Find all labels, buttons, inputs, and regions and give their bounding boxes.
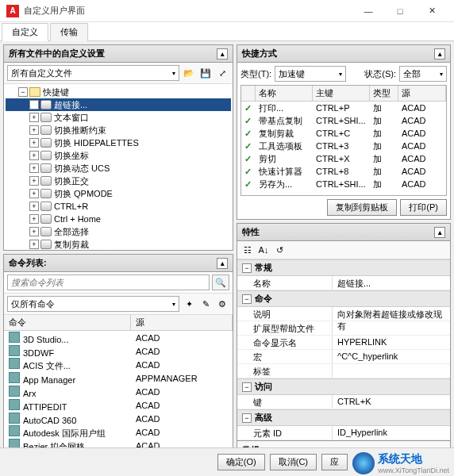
tree-label: 超链接... xyxy=(54,99,87,111)
shortcut-key: CTRL+3 xyxy=(313,141,370,151)
collapse-icon[interactable]: ▴ xyxy=(434,48,445,60)
command-row[interactable]: 3DDWFACAD xyxy=(4,344,233,358)
collapse-icon[interactable]: ▴ xyxy=(434,227,445,238)
tree-label: 切换动态 UCS xyxy=(54,163,110,175)
close-button[interactable]: ✕ xyxy=(416,0,448,22)
shortcut-col-key[interactable]: 主键 xyxy=(313,86,370,101)
command-row[interactable]: ArxACAD xyxy=(4,385,233,398)
command-icon xyxy=(9,372,20,383)
prop-group-general[interactable]: −常规 xyxy=(237,259,450,276)
categorize-icon[interactable]: ☷ xyxy=(240,243,255,257)
tree-item[interactable]: +切换 HIDEPALETTES xyxy=(6,136,231,149)
load-icon[interactable]: 📂 xyxy=(182,66,196,80)
collapse-icon[interactable]: ▴ xyxy=(217,258,228,269)
tree-item[interactable]: +CTRL+R xyxy=(6,200,231,213)
collapse-icon[interactable]: − xyxy=(242,294,252,304)
expand-icon[interactable]: + xyxy=(29,113,39,122)
command-col-source[interactable]: 源 xyxy=(131,315,233,330)
type-combo[interactable]: 加速键 ▾ xyxy=(275,66,346,82)
expand-icon[interactable]: + xyxy=(29,176,39,186)
command-name: ATTIPEDIT xyxy=(23,402,67,412)
cui-file-combo[interactable]: 所有自定义文件 ▾ xyxy=(7,65,179,81)
expand-icon[interactable]: + xyxy=(29,202,39,211)
tree-item[interactable]: +切换正交 xyxy=(6,175,231,187)
collapse-icon[interactable]: ▴ xyxy=(217,48,228,60)
command-col-name[interactable]: 命令 xyxy=(4,315,131,330)
properties-header: 特性 ▴ xyxy=(237,224,450,241)
print-button[interactable]: 打印(P) xyxy=(400,199,447,216)
ok-button[interactable]: 确定(O) xyxy=(217,454,265,470)
tree-item[interactable]: +切换推断约束 xyxy=(6,124,231,136)
shortcut-row[interactable]: ✓复制剪裁CTRL+C加ACAD xyxy=(241,127,446,140)
collapse-icon[interactable]: − xyxy=(242,413,252,423)
shortcut-col-name[interactable]: 名称 xyxy=(256,86,313,101)
cancel-button[interactable]: 取消(C) xyxy=(270,454,317,470)
command-row[interactable]: AutoCAD 360ACAD xyxy=(4,412,233,425)
prop-group-access[interactable]: −访问 xyxy=(237,378,450,395)
expand-icon[interactable]: + xyxy=(29,227,39,236)
shortcut-col-source[interactable]: 源 xyxy=(398,86,446,101)
tree-item[interactable]: +切换坐标 xyxy=(6,149,231,162)
command-row[interactable]: Autodesk 国际用户组ACAD xyxy=(4,425,233,439)
expand-icon[interactable]: ⤢ xyxy=(215,66,229,80)
minimize-button[interactable]: — xyxy=(352,0,384,22)
expand-icon[interactable]: + xyxy=(29,189,39,198)
command-list-header: 命令列表: ▴ xyxy=(4,255,233,272)
sort-az-icon[interactable]: A↓ xyxy=(256,243,271,257)
collapse-icon[interactable]: − xyxy=(18,87,28,97)
tree-item[interactable]: +切换 QPMODE xyxy=(6,187,231,200)
tree-item[interactable]: −快捷键 xyxy=(6,86,231,98)
reset-icon[interactable]: ↺ xyxy=(272,243,287,257)
tree-item[interactable]: +Ctrl + Home xyxy=(6,213,231,225)
save-icon[interactable]: 💾 xyxy=(198,66,213,80)
expand-icon[interactable]: + xyxy=(29,138,39,148)
maximize-button[interactable]: □ xyxy=(384,0,416,22)
expand-icon[interactable]: + xyxy=(29,240,39,249)
shortcut-row[interactable]: ✓快速计算器CTRL+8加ACAD xyxy=(241,165,446,178)
shortcut-key: CTRL+P xyxy=(313,103,370,113)
command-row[interactable]: ATTIPEDITACAD xyxy=(4,398,233,412)
command-filter-combo[interactable]: 仅所有命令 ▾ xyxy=(7,296,179,312)
expand-icon[interactable]: + xyxy=(29,214,39,224)
new-command-icon[interactable]: ✦ xyxy=(182,297,196,311)
command-row[interactable]: ACIS 文件...ACAD xyxy=(4,358,233,371)
prop-group-command[interactable]: −命令 xyxy=(237,290,450,307)
apply-button[interactable]: 应 xyxy=(321,454,348,470)
shortcut-table[interactable]: 名称 主键 类型 源 ✓打印...CTRL+P加ACAD✓带基点复制CTRL+S… xyxy=(240,85,447,196)
check-icon: ✓ xyxy=(241,167,256,177)
shortcut-col-type[interactable]: 类型 xyxy=(370,86,398,101)
tree-item[interactable]: +全部选择 xyxy=(6,225,231,238)
shortcut-type: 加 xyxy=(370,102,398,114)
collapse-icon[interactable]: − xyxy=(242,263,252,273)
tree-item[interactable]: +切换动态 UCS xyxy=(6,162,231,175)
expand-icon[interactable]: + xyxy=(29,163,39,173)
tab-customize[interactable]: 自定义 xyxy=(2,23,48,41)
command-row[interactable]: App ManagerAPPMANAGER xyxy=(4,371,233,385)
command-row[interactable]: 3D Studio...ACAD xyxy=(4,331,233,344)
tree-item[interactable]: +文本窗口 xyxy=(6,111,231,124)
rename-icon[interactable]: ✎ xyxy=(198,297,213,311)
command-search-input[interactable] xyxy=(7,274,210,290)
shortcut-row[interactable]: ✓剪切CTRL+X加ACAD xyxy=(241,152,446,165)
command-search-row: 🔍 xyxy=(4,272,233,294)
shortcut-source: ACAD xyxy=(398,179,446,189)
tree-item[interactable]: +超链接... xyxy=(6,98,231,111)
expand-icon[interactable]: + xyxy=(29,100,39,109)
shortcut-row[interactable]: ✓工具选项板CTRL+3加ACAD xyxy=(241,140,446,152)
properties-title: 特性 xyxy=(242,226,260,238)
tab-transfer[interactable]: 传输 xyxy=(50,23,88,41)
shortcut-row[interactable]: ✓带基点复制CTRL+SHI...加ACAD xyxy=(241,114,446,127)
search-button[interactable]: 🔍 xyxy=(212,274,229,290)
prop-group-advanced[interactable]: −高级 xyxy=(237,409,450,426)
tree-item[interactable]: +复制剪裁 xyxy=(6,238,231,250)
shortcut-row[interactable]: ✓打印...CTRL+P加ACAD xyxy=(241,102,446,114)
expand-icon[interactable]: + xyxy=(29,125,39,135)
find-replace-icon[interactable]: ⚙ xyxy=(215,297,229,311)
expand-icon[interactable]: + xyxy=(29,151,39,160)
key-icon xyxy=(40,202,52,211)
copy-clipboard-button[interactable]: 复制到剪贴板 xyxy=(327,199,397,216)
status-combo[interactable]: 全部 ▾ xyxy=(399,66,447,82)
shortcut-row[interactable]: ✓另存为...CTRL+SHI...加ACAD xyxy=(241,178,446,190)
collapse-icon[interactable]: − xyxy=(242,382,252,392)
customizations-tree[interactable]: −快捷键+超链接...+文本窗口+切换推断约束+切换 HIDEPALETTES+… xyxy=(4,84,233,250)
